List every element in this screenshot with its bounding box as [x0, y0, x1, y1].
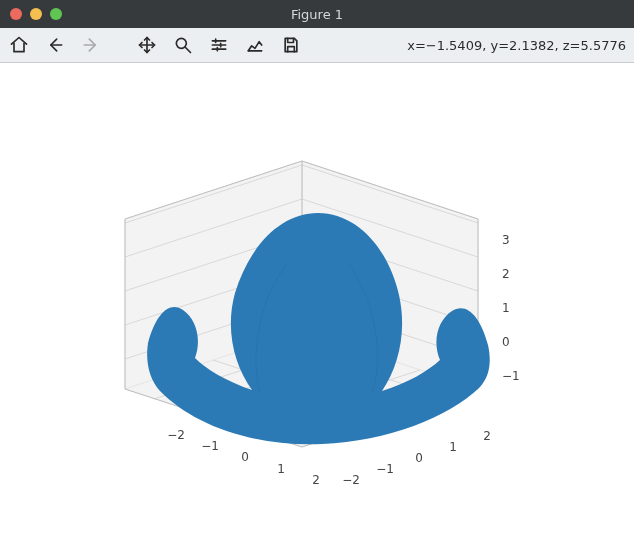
window-title: Figure 1 — [0, 7, 634, 22]
z-tick: 1 — [502, 301, 510, 315]
plot-area[interactable]: −2 −1 0 1 2 −2 −1 0 1 2 −1 0 1 2 3 — [0, 63, 634, 543]
chart-3d: −2 −1 0 1 2 −2 −1 0 1 2 −1 0 1 2 3 — [0, 63, 634, 543]
save-icon — [281, 35, 301, 55]
zoom-icon — [173, 35, 193, 55]
x-tick: 1 — [277, 462, 285, 476]
home-button[interactable] — [8, 34, 30, 56]
home-icon — [9, 35, 29, 55]
back-button[interactable] — [44, 34, 66, 56]
save-button[interactable] — [280, 34, 302, 56]
chart-edit-icon — [245, 35, 265, 55]
minimize-icon[interactable] — [30, 8, 42, 20]
x-tick: −2 — [167, 428, 185, 442]
z-tick: 0 — [502, 335, 510, 349]
titlebar: Figure 1 — [0, 0, 634, 28]
pan-button[interactable] — [136, 34, 158, 56]
x-tick: 2 — [312, 473, 320, 487]
maximize-icon[interactable] — [50, 8, 62, 20]
sliders-icon — [209, 35, 229, 55]
y-tick: 0 — [415, 451, 423, 465]
window-controls — [10, 8, 62, 20]
zoom-button[interactable] — [172, 34, 194, 56]
cursor-coordinates: x=−1.5409, y=2.1382, z=5.5776 — [407, 38, 626, 53]
forward-button[interactable] — [80, 34, 102, 56]
y-tick: −1 — [376, 462, 394, 476]
move-icon — [137, 35, 157, 55]
arrow-right-icon — [81, 35, 101, 55]
z-tick: 3 — [502, 233, 510, 247]
z-tick: −1 — [502, 369, 520, 383]
x-tick: 0 — [241, 450, 249, 464]
svg-point-0 — [176, 38, 186, 48]
y-tick: 1 — [449, 440, 457, 454]
x-tick: −1 — [201, 439, 219, 453]
y-tick: −2 — [342, 473, 360, 487]
y-tick: 2 — [483, 429, 491, 443]
edit-button[interactable] — [244, 34, 266, 56]
figure-window: Figure 1 x=−1.5409, y=2.1382, z=5.5776 — [0, 0, 634, 543]
arrow-left-icon — [45, 35, 65, 55]
toolbar: x=−1.5409, y=2.1382, z=5.5776 — [0, 28, 634, 63]
subplots-button[interactable] — [208, 34, 230, 56]
z-tick: 2 — [502, 267, 510, 281]
close-icon[interactable] — [10, 8, 22, 20]
